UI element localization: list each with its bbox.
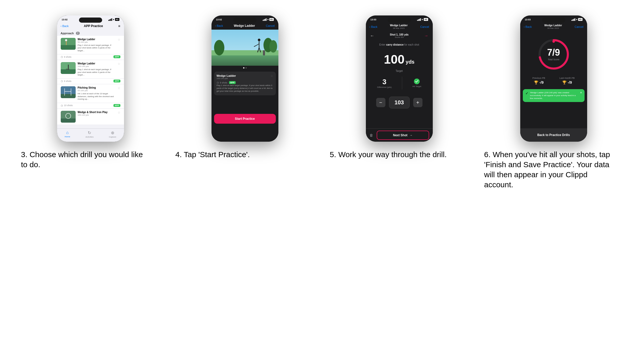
prev-shot-btn[interactable]: ← [369, 33, 375, 39]
start-practice-btn[interactable]: Start Practice [214, 114, 276, 124]
tab-home-3[interactable]: ⌂ Home [65, 130, 70, 138]
drill-item-4[interactable]: Wedge & Short Iron Play 100-140 yds ☆ [57, 109, 124, 125]
minus-btn-5[interactable]: − [376, 98, 385, 107]
tab-activities-3[interactable]: ↻ Activities [85, 130, 94, 138]
last-month-pb: Last month PB 🏆 -/9 [560, 77, 575, 84]
svg-rect-14 [61, 119, 76, 123]
stat-diff-val: 3 [377, 78, 392, 86]
bookmark-icon-4: ☆ [118, 111, 120, 114]
card-desc-4: Play 1 shot at each target yardage. If y… [217, 84, 273, 93]
target-label-5: Target [366, 70, 433, 72]
phone-6: 13:03 ▾ 4G ‹ [520, 15, 587, 142]
status-icons-5: ▾ 4G [417, 18, 428, 21]
back-to-drills-btn[interactable]: Back to Practice Drills [520, 128, 587, 142]
menu-btn-3[interactable]: ≡ [118, 24, 120, 28]
stat-diff-label: Difference (yds) [377, 86, 392, 88]
shots-row-4: ◷ 9 shots APP [217, 81, 273, 84]
app-badge-1: APP [113, 55, 120, 58]
svg-point-19 [214, 40, 224, 55]
bookmark-icon-3: ☆ [118, 86, 120, 90]
shot-progress: Shot 1, 100 yds Score 5/9 [390, 33, 409, 38]
target-value-5: 100 [384, 53, 404, 66]
drill-item-3[interactable]: Pitching String 55-100 yds Hit 1 shot at… [57, 84, 124, 108]
drill-item-2[interactable]: Wedge Ladder 100-140 yds Play 1 shot at … [57, 60, 124, 84]
sig4-5 [420, 18, 421, 21]
stat-hit-target: Hit Target [412, 79, 421, 88]
previous-pb: Previous PB 🏆 -/9 [532, 77, 545, 84]
check-icon-toast: ✓ [525, 91, 528, 95]
svg-point-22 [258, 39, 260, 41]
carrier-4: 4G [269, 18, 274, 21]
target-display-5: 100 yds [366, 46, 433, 69]
tab-capture-label-3: Capture [109, 136, 116, 138]
trash-icon-5: 🗑 [369, 133, 373, 137]
next-shot-nav-btn[interactable]: → [424, 33, 429, 39]
chevron-left-icon-3: ‹ [61, 24, 62, 28]
drill-range-1: 50-100 yds [78, 41, 116, 43]
section-count-3: 7 [76, 32, 80, 35]
chevron-left-icon-4: ‹ [215, 24, 216, 27]
step-3-description: Choose which drill you would like to do. [21, 150, 143, 169]
dot-1 [243, 67, 244, 69]
clock-icon-4: ◷ [217, 81, 219, 84]
shots-label-1: ◷ 9 shots [61, 55, 72, 58]
sig2-4 [264, 19, 264, 21]
back-btn-5[interactable]: ‹ Back [369, 25, 377, 28]
cancel-btn-4[interactable]: Cancel [266, 24, 275, 27]
cancel-btn-5[interactable]: Cancel [420, 25, 429, 28]
step-5-column: 13:03 ▾ 4G ‹ [330, 15, 469, 159]
phone-5-screen: 13:03 ▾ 4G ‹ [366, 15, 433, 142]
nav-title-5: Wedge Ladder [390, 24, 408, 27]
shots-label-4: ◷ 9 shots [217, 81, 227, 84]
svg-rect-9 [61, 94, 76, 98]
clock-icon-2: ◷ [61, 80, 63, 82]
sig2-5 [418, 19, 419, 21]
drill-range-3: 55-100 yds [78, 89, 116, 92]
toast-close-btn[interactable]: ✕ [580, 91, 582, 94]
shots-text-1: 9 shots [64, 56, 72, 58]
drill-footer-1: ◷ 9 shots APP [57, 54, 124, 60]
sig2 [109, 19, 110, 21]
back-btn-4[interactable]: ‹ Back [215, 24, 223, 27]
section-header-3: Approach 7 [57, 30, 124, 36]
back-btn-3[interactable]: ‹ Back [61, 24, 69, 28]
drill-info-4: Wedge & Short Iron Play 100-140 yds [78, 111, 116, 117]
counter-input-5[interactable]: 103 [389, 97, 410, 108]
step-5-text: 5. Work your way through the drill. [330, 149, 447, 159]
plus-btn-5[interactable]: + [413, 98, 422, 107]
sig2-6 [572, 19, 573, 21]
tab-bar-3: ⌂ Home ↻ Activities ⊕ Capture [57, 128, 124, 142]
step-5-number: 5. [330, 150, 336, 159]
notch-3 [79, 18, 102, 23]
back-btn-6[interactable]: ‹ Back [524, 25, 532, 28]
hit-target-icon [414, 79, 420, 84]
svg-point-3 [65, 39, 67, 41]
trash-btn-5[interactable]: 🗑 [369, 133, 373, 137]
nav-bar-6: ‹ Back Wedge Ladder 06 Mar 2023 Cancel [520, 22, 587, 31]
drill-info-3: Pitching String 55-100 yds Hit 1 shot at… [78, 86, 116, 100]
target-unit-5: yds [406, 59, 414, 65]
shots-text-4: 9 shots [220, 81, 227, 84]
drill-range-2: 100-140 yds [78, 65, 116, 67]
shot-nav-5: ← Shot 1, 100 yds Score 5/9 → [366, 31, 433, 40]
drill-thumb-1 [61, 38, 76, 50]
notch-6 [542, 18, 565, 23]
shots-label-3: ◷ 10 shots [61, 104, 73, 107]
score-circle-container: 7/9 Total Score [520, 31, 587, 74]
back-label-5: Back [371, 25, 377, 28]
drill-name-2: Wedge Ladder [78, 62, 116, 65]
arrow-right-icon: → [424, 33, 428, 38]
score-label-6: Total Score [547, 58, 560, 61]
back-to-drills-label: Back to Practice Drills [537, 133, 570, 137]
activities-icon-3: ↻ [88, 130, 91, 135]
drill-item-1[interactable]: Wedge Ladder 50-100 yds Play 1 shot at e… [57, 36, 124, 60]
time-6: 13:03 [525, 18, 531, 21]
sig1-4 [263, 20, 263, 21]
cancel-btn-6[interactable]: Cancel [575, 25, 583, 28]
tab-capture-3[interactable]: ⊕ Capture [109, 130, 116, 138]
step-3-text: 3. Choose which drill you would like to … [21, 149, 150, 170]
back-label-6: Back [525, 25, 532, 28]
next-shot-btn[interactable]: Next Shot → [377, 131, 429, 140]
wifi-icon-5: ▾ [422, 18, 423, 21]
counter-value-5: 103 [394, 99, 404, 106]
